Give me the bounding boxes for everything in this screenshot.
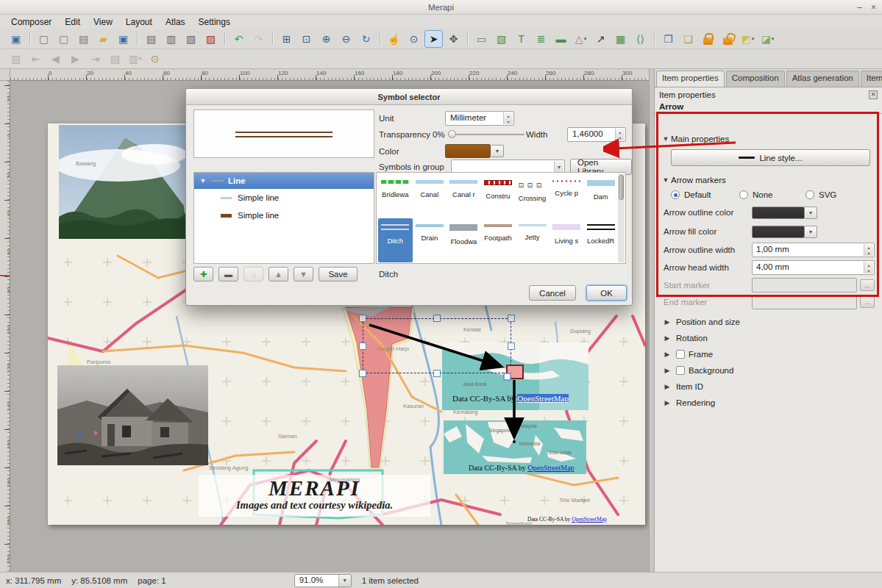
- symbol-floodwa[interactable]: Floodwa: [447, 218, 481, 262]
- section-position-and-size[interactable]: ▶Position and size: [655, 314, 882, 330]
- add-table-icon[interactable]: ▦: [611, 30, 630, 48]
- tab-item-properties[interactable]: Item properties: [656, 71, 725, 87]
- chevron-down-icon[interactable]: ▾: [752, 36, 755, 42]
- open-composition-icon[interactable]: ▰: [94, 30, 113, 48]
- menu-atlas[interactable]: Atlas: [159, 15, 192, 29]
- selected-arrow-item-bounds[interactable]: [363, 318, 511, 373]
- radio-default[interactable]: Default: [671, 190, 739, 199]
- ungroup-items-icon[interactable]: ❑: [679, 30, 697, 48]
- inset-map-indonesia[interactable]: SingaporeMalaysiaIndonesiaTimor-Leste Da…: [444, 420, 586, 474]
- zoom-level-combo[interactable]: 91.0% ▼: [294, 574, 352, 587]
- selection-handle[interactable]: [359, 343, 366, 350]
- menu-view[interactable]: View: [87, 15, 119, 29]
- line-color-swatch[interactable]: [445, 144, 491, 158]
- radio-svg[interactable]: SVG: [805, 190, 857, 199]
- dock-splitter[interactable]: [649, 69, 655, 572]
- section-background[interactable]: ▶Background: [655, 362, 882, 379]
- symbol-cycle-p[interactable]: Cycle p: [550, 174, 584, 218]
- symbol-constru[interactable]: Constru: [481, 174, 516, 218]
- add-label-icon[interactable]: T: [512, 30, 530, 48]
- undo-icon[interactable]: ↶: [230, 30, 248, 48]
- zoom-out-icon[interactable]: ⊖: [337, 30, 355, 48]
- menu-layout[interactable]: Layout: [119, 15, 159, 29]
- symbol-canal-r[interactable]: Canal r: [447, 174, 481, 218]
- save-project-icon[interactable]: ▣: [114, 30, 132, 48]
- minimize-button[interactable]: –: [857, 3, 862, 12]
- selection-handle[interactable]: [433, 315, 441, 322]
- cancel-button[interactable]: Cancel: [529, 285, 576, 301]
- osm-link[interactable]: OpenStreetMap: [517, 394, 569, 403]
- selection-handle[interactable]: [433, 370, 441, 377]
- composition-manager-icon[interactable]: ▤: [74, 30, 93, 48]
- export-pdf-icon[interactable]: ▨: [202, 30, 220, 48]
- tab-items[interactable]: Items: [861, 71, 882, 87]
- unit-select[interactable]: Millimeter ▴▾: [445, 111, 514, 126]
- add-legend-icon[interactable]: ≣: [532, 30, 550, 48]
- print-icon[interactable]: ▤: [142, 30, 160, 48]
- symbol-crossing[interactable]: Crossing: [515, 174, 550, 218]
- radio-none[interactable]: None: [739, 190, 805, 199]
- menu-settings[interactable]: Settings: [192, 15, 237, 29]
- selection-handle[interactable]: [508, 370, 515, 377]
- close-button[interactable]: ×: [871, 3, 876, 12]
- selection-handle[interactable]: [359, 370, 366, 377]
- zoom-actual-icon[interactable]: ⊡: [297, 30, 316, 48]
- chevron-down-icon[interactable]: ▾: [584, 36, 587, 42]
- chevron-down-icon[interactable]: ▼: [805, 207, 817, 219]
- arrow-head-width-input[interactable]: 4,00 mm ▴▾: [752, 260, 875, 275]
- section-rendering[interactable]: ▶Rendering: [655, 395, 882, 411]
- save-symbol-button[interactable]: Save: [319, 267, 358, 282]
- arrow-outline-width-input[interactable]: 1,00 mm ▴▾: [752, 243, 875, 257]
- checkbox[interactable]: [676, 350, 685, 359]
- checkbox[interactable]: [676, 366, 685, 375]
- spinner-arrows-icon[interactable]: ▴▾: [615, 129, 625, 140]
- destroyed-house-photo[interactable]: [57, 365, 208, 465]
- group-items-icon[interactable]: ❐: [659, 30, 677, 48]
- chevron-down-icon[interactable]: ▾: [772, 36, 775, 42]
- symbol-lockedr[interactable]: LockedR: [583, 218, 618, 262]
- raise-items-icon[interactable]: ◩▾: [739, 30, 757, 48]
- arrow-fill-color-swatch[interactable]: [752, 226, 805, 238]
- section-frame[interactable]: ▶Frame: [655, 346, 882, 362]
- zoom-in-icon[interactable]: ⊕: [317, 30, 335, 48]
- arrow-outline-color-swatch[interactable]: [752, 207, 805, 219]
- menu-composer[interactable]: Composer: [4, 15, 58, 29]
- export-svg-icon[interactable]: ▧: [182, 30, 200, 48]
- unlock-items-icon[interactable]: [719, 30, 737, 48]
- move-up-symbol-button[interactable]: ▲: [268, 267, 288, 282]
- spinner-arrows-icon[interactable]: ▴▾: [864, 244, 873, 256]
- end-marker-browse-button[interactable]: ...: [860, 296, 875, 308]
- scrollbar[interactable]: [618, 173, 625, 262]
- osm-link[interactable]: OpenStreetMap: [527, 464, 574, 472]
- section-rotation[interactable]: ▶Rotation: [655, 330, 882, 346]
- tab-composition[interactable]: Composition: [726, 71, 785, 87]
- symbol-living-s[interactable]: Living s: [550, 218, 584, 262]
- lower-items-icon[interactable]: ◪▾: [758, 30, 777, 48]
- move-down-symbol-button[interactable]: ▼: [294, 267, 313, 282]
- symbol-jetty[interactable]: Jetty: [515, 218, 550, 262]
- ok-button[interactable]: OK: [586, 285, 627, 301]
- tree-item-simple-line-2[interactable]: Simple line: [194, 207, 374, 224]
- selection-handle[interactable]: [359, 315, 366, 322]
- tree-item-line[interactable]: ▼ Line: [194, 173, 374, 189]
- save-composition-icon[interactable]: ▣: [7, 30, 25, 48]
- section-item-id[interactable]: ▶Item ID: [655, 379, 882, 395]
- symbol-footpath[interactable]: Footpath: [481, 218, 516, 262]
- chevron-down-icon[interactable]: ▾: [139, 56, 142, 62]
- add-map-icon[interactable]: ▭: [472, 30, 491, 48]
- new-composition-icon[interactable]: ▢: [35, 30, 53, 48]
- add-arrow-icon[interactable]: ↗: [591, 30, 610, 48]
- volcano-photo[interactable]: [59, 125, 188, 239]
- transparency-slider[interactable]: [448, 127, 524, 142]
- chevron-down-icon[interactable]: ▼: [805, 226, 817, 238]
- add-scalebar-icon[interactable]: ▬: [552, 30, 570, 48]
- osm-link[interactable]: OpenStreetMap: [572, 516, 607, 523]
- zoom-full-icon[interactable]: ⊞: [277, 30, 296, 48]
- symbol-canal[interactable]: Canal: [413, 174, 447, 218]
- scrollbar-thumb[interactable]: [619, 175, 624, 200]
- zoom-region-icon[interactable]: ⊙: [405, 30, 423, 48]
- menu-edit[interactable]: Edit: [58, 15, 87, 29]
- line-style-button[interactable]: Line style...: [671, 149, 870, 166]
- tree-item-simple-line-1[interactable]: Simple line: [194, 189, 374, 207]
- add-image-icon[interactable]: ▧: [492, 30, 511, 48]
